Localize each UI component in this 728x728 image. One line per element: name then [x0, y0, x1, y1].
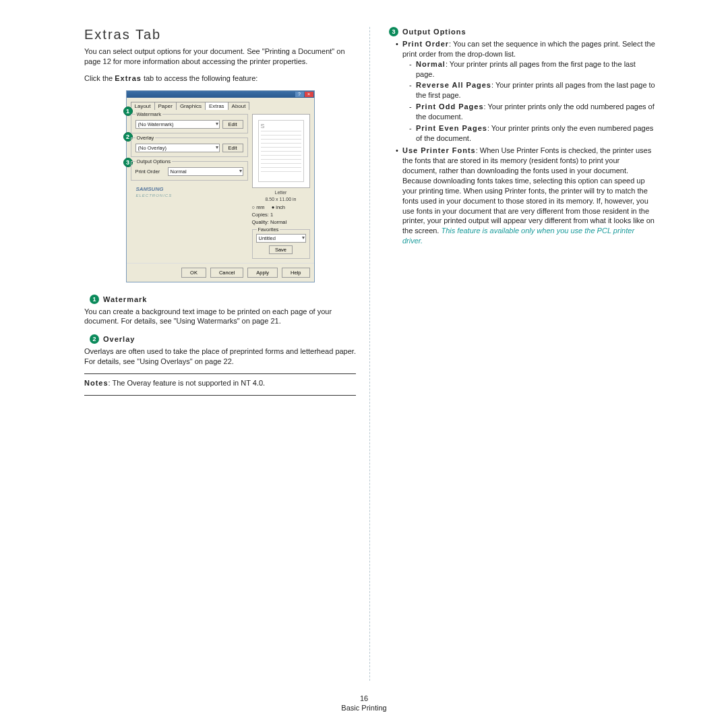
print-order-label: Print Order — [135, 169, 165, 175]
print-order-item: Print Order: You can set the sequence in… — [396, 39, 655, 143]
overlay-group-label: Overlay — [135, 135, 156, 141]
output-options-section-number: 3 — [389, 27, 398, 36]
unit-selector: ○ mm ● inch — [252, 204, 310, 210]
overlay-select[interactable]: (No Overlay) — [135, 144, 220, 152]
cancel-button[interactable]: Cancel — [210, 268, 243, 278]
watermark-section-title: Watermark — [103, 295, 147, 303]
tab-graphics[interactable]: Graphics — [176, 102, 206, 110]
overlay-group: Overlay (No Overlay) Edit — [131, 138, 248, 157]
overlay-section-body: Overlays are often used to take the plac… — [84, 346, 356, 367]
apply-button[interactable]: Apply — [247, 268, 278, 278]
print-order-reverse: Reverse All Pages: Your printer prints a… — [409, 80, 655, 100]
intro-paragraph-1: You can select output options for your d… — [84, 47, 356, 67]
footer-title: Basic Printing — [0, 704, 728, 712]
preview-dimensions: 8.50 x 11.00 in — [252, 197, 310, 202]
output-options-section-title: Output Options — [402, 28, 466, 36]
favorites-label: Favorites — [257, 226, 280, 233]
intro-paragraph-2: Click the Extras tab to access the follo… — [84, 73, 356, 84]
print-order-even: Print Even Pages: Your printer prints on… — [409, 123, 655, 144]
watermark-group: Watermark (No Watermark) Edit — [131, 114, 248, 133]
help-button[interactable]: Help — [282, 268, 309, 278]
print-order-odd: Print Odd Pages: Your printer prints onl… — [409, 102, 655, 122]
copies-info: Copies: 1 — [252, 212, 310, 218]
print-order-normal: Normal: Your printer prints all pages fr… — [409, 59, 655, 80]
tab-extras[interactable]: Extras — [205, 102, 229, 110]
use-printer-fonts-item: Use Printer Fonts: When Use Printer Font… — [396, 146, 655, 245]
page-preview: S — [252, 114, 310, 188]
help-icon[interactable]: ? — [295, 92, 304, 97]
overlay-section-number: 2 — [90, 334, 99, 344]
print-order-select[interactable]: Normal — [168, 167, 243, 176]
overlay-section-title: Overlay — [103, 335, 135, 343]
page-number: 16 — [0, 694, 728, 702]
unit-mm-radio[interactable]: ○ mm — [252, 204, 265, 210]
watermark-select[interactable]: (No Watermark) — [135, 120, 220, 129]
close-icon[interactable]: × — [305, 92, 313, 97]
overlay-edit-button[interactable]: Edit — [222, 144, 243, 152]
note-rule-bottom — [84, 395, 356, 396]
tab-layout[interactable]: Layout — [131, 102, 155, 110]
output-options-group: Output Options Print Order Normal — [131, 161, 248, 181]
page-footer: 16 Basic Printing — [0, 694, 728, 712]
watermark-edit-button[interactable]: Edit — [222, 120, 243, 129]
watermark-section-body: You can create a background text image t… — [84, 307, 356, 327]
preview-paper-name: Letter — [252, 190, 310, 195]
favorites-save-button[interactable]: Save — [269, 245, 293, 254]
quality-info: Quality: Normal — [252, 219, 310, 225]
tab-paper[interactable]: Paper — [154, 102, 177, 110]
watermark-section-number: 1 — [90, 295, 99, 304]
dialog-logo: SAMSUNG ELECTRONICS — [131, 181, 248, 204]
printer-properties-dialog: 1 2 3 ? × Layout Paper Graphics Extras A… — [126, 90, 315, 282]
page-heading: Extras Tab — [84, 27, 356, 42]
unit-inch-radio[interactable]: ● inch — [272, 204, 285, 210]
ok-button[interactable]: OK — [181, 268, 206, 278]
tab-about[interactable]: About — [228, 102, 250, 110]
dialog-tabs: Layout Paper Graphics Extras About — [127, 98, 314, 110]
favorites-group: Favorites Untitled Save — [252, 229, 310, 259]
watermark-group-label: Watermark — [135, 111, 162, 117]
notes-line: Notes: The Overay feature is not support… — [84, 378, 356, 388]
favorites-select[interactable]: Untitled — [256, 234, 306, 243]
dialog-titlebar: ? × — [127, 91, 314, 98]
note-rule-top — [84, 373, 356, 374]
output-options-group-label: Output Options — [135, 158, 172, 164]
